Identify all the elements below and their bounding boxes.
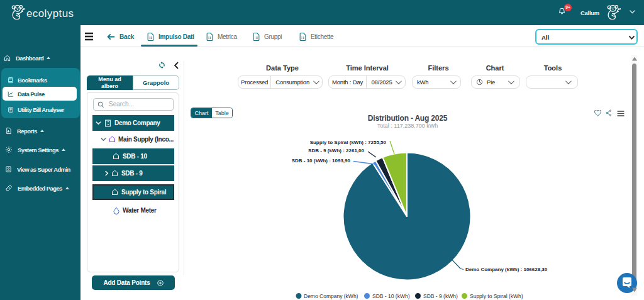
svg-text:Supply to Spiral (kWh): Supply to Spiral (kWh) <box>470 293 523 299</box>
svg-text:Demo Company (kWh) : 106628,30: Demo Company (kWh) : 106628,30 <box>465 267 548 272</box>
svg-text:SDB - 10 (kWh) : 1093,90: SDB - 10 (kWh) : 1093,90 <box>292 158 351 164</box>
svg-text:SDB - 10 (kWh): SDB - 10 (kWh) <box>372 293 410 299</box>
svg-text:SDB - 9 (kWh) : 2261,00: SDB - 9 (kWh) : 2261,00 <box>308 148 364 153</box>
svg-text:Supply to Spiral (kWh) : 7255,: Supply to Spiral (kWh) : 7255,50 <box>310 140 387 145</box>
svg-text:Demo Company (kWh): Demo Company (kWh) <box>304 293 358 299</box>
svg-text:SDB - 9 (kWh): SDB - 9 (kWh) <box>423 293 458 299</box>
